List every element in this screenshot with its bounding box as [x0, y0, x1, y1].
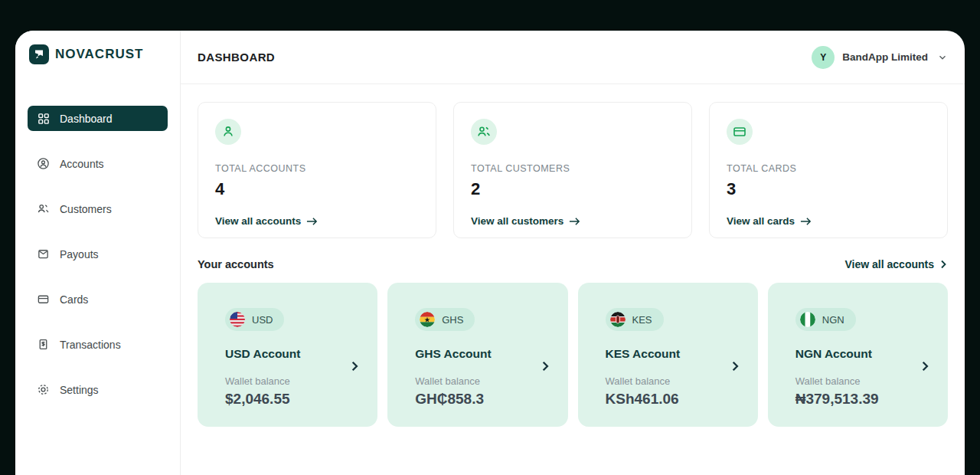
account-card-usd[interactable]: USD USD Account Wallet balance $2,046.55 [198, 283, 377, 427]
sidebar-item-settings[interactable]: Settings [28, 377, 168, 402]
stat-value: 2 [471, 179, 675, 199]
arrow-right-icon [800, 217, 812, 226]
person-icon [215, 119, 241, 145]
sidebar-item-payouts[interactable]: Payouts [28, 241, 168, 267]
envelope-icon [37, 247, 50, 260]
sidebar-nav: Dashboard Accounts [28, 106, 168, 402]
stat-link-label: View all customers [471, 215, 564, 227]
wallet-balance-value: $2,046.55 [225, 391, 350, 408]
account-switcher[interactable]: Y BandApp Limited [812, 46, 948, 69]
stat-card-total-customers: TOTAL CUSTOMERS 2 View all customers [453, 102, 692, 238]
view-all-accounts-link[interactable]: View all accounts [215, 215, 318, 227]
sidebar-item-label: Accounts [60, 158, 104, 170]
view-all-accounts-link-right[interactable]: View all accounts [845, 258, 948, 270]
stat-label: TOTAL CUSTOMERS [471, 163, 675, 174]
stat-label: TOTAL ACCOUNTS [215, 163, 419, 174]
stat-label: TOTAL CARDS [727, 163, 930, 174]
chevron-right-icon [939, 260, 948, 269]
account-name: NGN Account [795, 347, 920, 361]
sidebar-item-label: Payouts [60, 248, 99, 260]
gear-icon [37, 383, 50, 396]
currency-pill: NGN [795, 308, 856, 331]
sidebar-item-label: Transactions [60, 339, 121, 351]
credit-card-icon [727, 119, 753, 145]
account-card-ngn[interactable]: NGN NGN Account Wallet balance ₦379,513.… [768, 283, 948, 427]
stat-value: 4 [215, 179, 419, 199]
stat-card-total-cards: TOTAL CARDS 3 View all cards [709, 102, 948, 238]
sidebar-item-dashboard[interactable]: Dashboard [28, 106, 168, 131]
wallet-balance-label: Wallet balance [415, 375, 540, 387]
page-title: DASHBOARD [198, 51, 275, 64]
sidebar-item-label: Cards [60, 293, 88, 306]
sidebar-item-label: Settings [60, 384, 99, 396]
stat-card-total-accounts: TOTAL ACCOUNTS 4 View all accounts [198, 102, 436, 238]
app-window: NOVACRUST Dashboard [15, 31, 965, 475]
dashboard-content: TOTAL ACCOUNTS 4 View all accounts [181, 84, 965, 427]
your-accounts-header: Your accounts View all accounts [198, 258, 948, 270]
view-all-customers-link[interactable]: View all customers [471, 215, 580, 227]
nigeria-flag-icon [800, 312, 815, 327]
chevron-right-icon[interactable] [540, 361, 550, 372]
currency-pill: USD [225, 308, 284, 331]
arrow-right-icon [306, 217, 318, 226]
arrow-right-icon [569, 217, 580, 226]
chevron-down-icon [937, 52, 948, 63]
account-card-ghs[interactable]: GHS GHS Account Wallet balance GH₵858.3 [387, 283, 567, 427]
currency-code: KES [632, 314, 652, 326]
sidebar-item-label: Customers [60, 203, 112, 215]
credit-card-icon [37, 293, 50, 306]
avatar: Y [812, 46, 835, 69]
novacrust-flag-icon [29, 44, 49, 64]
account-name: KES Account [606, 347, 730, 361]
wallet-balance-value: ₦379,513.39 [795, 391, 920, 408]
currency-code: NGN [822, 314, 844, 326]
wallet-balance-value: GH₵858.3 [415, 391, 540, 408]
stats-row: TOTAL ACCOUNTS 4 View all accounts [198, 102, 948, 238]
account-cards-row: USD USD Account Wallet balance $2,046.55 [198, 283, 948, 427]
chevron-right-icon[interactable] [730, 361, 740, 372]
person-circle-icon [37, 157, 50, 170]
view-all-label: View all accounts [845, 258, 934, 270]
chevron-right-icon[interactable] [349, 361, 360, 372]
account-name: USD Account [225, 347, 350, 361]
main-area: DASHBOARD Y BandApp Limited [181, 31, 965, 475]
receipt-icon [37, 338, 50, 351]
sidebar-item-label: Dashboard [60, 113, 113, 125]
account-card-kes[interactable]: KES KES Account Wallet balance KSh461.06 [578, 283, 758, 427]
sidebar-item-customers[interactable]: Customers [28, 196, 168, 221]
currency-code: USD [252, 314, 273, 326]
account-name: GHS Account [415, 347, 540, 361]
people-icon [471, 119, 497, 145]
sidebar-item-transactions[interactable]: Transactions [28, 332, 168, 357]
wallet-balance-value: KSh461.06 [606, 391, 730, 408]
wallet-balance-label: Wallet balance [606, 375, 730, 387]
kenya-flag-icon [610, 312, 626, 327]
wallet-balance-label: Wallet balance [795, 375, 920, 387]
chevron-right-icon[interactable] [920, 361, 930, 372]
section-title: Your accounts [198, 258, 274, 270]
ghana-flag-icon [420, 312, 435, 327]
us-flag-icon [230, 312, 245, 327]
brand-logo: NOVACRUST [28, 44, 168, 64]
sidebar-item-cards[interactable]: Cards [28, 287, 168, 312]
brand-name: NOVACRUST [55, 47, 143, 62]
grid-icon [37, 112, 50, 125]
currency-pill: GHS [415, 308, 475, 331]
org-name: BandApp Limited [842, 51, 928, 63]
sidebar-item-accounts[interactable]: Accounts [28, 151, 168, 176]
view-all-cards-link[interactable]: View all cards [727, 215, 812, 227]
people-icon [37, 202, 50, 215]
stat-link-label: View all cards [727, 215, 795, 227]
sidebar: NOVACRUST Dashboard [15, 31, 181, 475]
currency-pill: KES [606, 308, 664, 331]
wallet-balance-label: Wallet balance [225, 375, 350, 387]
currency-code: GHS [442, 314, 463, 326]
stat-link-label: View all accounts [215, 215, 301, 227]
page-header: DASHBOARD Y BandApp Limited [181, 31, 965, 84]
stat-value: 3 [727, 179, 930, 199]
